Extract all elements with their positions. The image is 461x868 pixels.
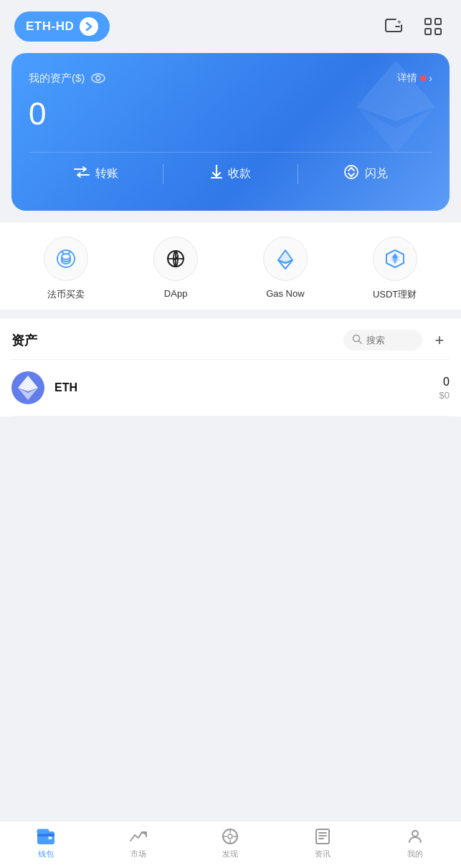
svg-marker-24	[18, 376, 38, 391]
dapp-icon-circle	[153, 237, 198, 281]
usdt-action[interactable]: USDT理财	[373, 237, 417, 301]
svg-rect-28	[48, 836, 52, 839]
gasnow-label: Gas Now	[266, 288, 304, 299]
swap-label: 闪兑	[365, 166, 388, 181]
wallet-selector[interactable]: ETH-HD	[14, 11, 110, 42]
svg-rect-4	[425, 19, 431, 24]
fabi-icon-circle	[44, 237, 88, 281]
balance-card: 我的资产($) 详情 › 0	[11, 53, 450, 211]
svg-point-40	[412, 831, 418, 836]
balance-actions: 转账 收款 闪兑	[29, 152, 432, 195]
app-header: ETH-HD +	[0, 0, 461, 50]
svg-rect-29	[37, 829, 49, 834]
nav-news[interactable]: 资讯	[301, 827, 344, 859]
wallet-arrow-icon	[80, 17, 98, 36]
svg-point-31	[228, 834, 232, 839]
assets-section: 资产 +	[0, 318, 461, 416]
eth-watermark	[356, 60, 435, 156]
eth-usd: $0	[439, 390, 450, 401]
transfer-label: 转账	[95, 166, 118, 181]
nav-discover[interactable]: 发现	[209, 827, 252, 859]
transfer-icon	[74, 166, 90, 181]
eth-token-balance: 0 $0	[439, 376, 450, 401]
gasnow-action[interactable]: Gas Now	[263, 237, 308, 301]
toggle-visibility-icon[interactable]	[90, 70, 106, 86]
header-icon-group: +	[381, 13, 447, 40]
receive-icon	[211, 165, 222, 183]
nav-market[interactable]: 市场	[117, 827, 160, 859]
gasnow-icon-circle	[263, 237, 308, 281]
eth-token-info: ETH	[54, 381, 439, 394]
wallet-name: ETH-HD	[26, 19, 74, 34]
eth-token-name: ETH	[54, 381, 439, 394]
assets-controls: +	[343, 330, 450, 350]
market-nav-icon	[129, 827, 148, 846]
my-assets-label: 我的资产($)	[29, 72, 85, 85]
wallet-nav-label: 钱包	[38, 849, 54, 859]
svg-point-10	[92, 74, 105, 82]
nav-mine[interactable]: 我的	[394, 827, 437, 859]
mine-nav-label: 我的	[407, 849, 423, 859]
add-token-button[interactable]: +	[429, 330, 450, 350]
nav-wallet[interactable]: 钱包	[24, 827, 67, 859]
svg-rect-36	[316, 829, 329, 844]
svg-rect-6	[425, 29, 431, 34]
mine-nav-icon	[406, 827, 424, 846]
receive-label: 收款	[228, 166, 251, 181]
fabi-label: 法币买卖	[47, 288, 85, 301]
token-list: ETH 0 $0	[11, 360, 450, 416]
add-wallet-icon[interactable]: +	[381, 13, 408, 40]
swap-icon	[343, 164, 359, 183]
discover-nav-icon	[221, 827, 239, 846]
usdt-icon-circle	[373, 237, 417, 281]
usdt-label: USDT理财	[373, 288, 417, 301]
search-input[interactable]	[366, 335, 417, 345]
svg-text:+: +	[397, 19, 401, 26]
svg-rect-27	[37, 834, 54, 836]
assets-header: 资产 +	[11, 318, 450, 360]
eth-amount: 0	[439, 376, 450, 388]
svg-rect-7	[435, 29, 441, 34]
dapp-label: DApp	[164, 288, 188, 299]
market-nav-label: 市场	[130, 849, 146, 859]
swap-button[interactable]: 闪兑	[298, 153, 432, 195]
balance-label-row: 我的资产($)	[29, 70, 106, 86]
receive-button[interactable]: 收款	[163, 153, 298, 194]
transfer-button[interactable]: 转账	[29, 155, 163, 193]
quick-actions-grid: 法币买卖 DApp	[0, 222, 461, 310]
svg-rect-5	[435, 19, 441, 24]
fabi-action[interactable]: 法币买卖	[44, 237, 88, 301]
dapp-action[interactable]: DApp	[153, 237, 198, 301]
svg-line-23	[359, 341, 362, 344]
news-nav-label: 资讯	[315, 849, 331, 859]
discover-nav-label: 发现	[222, 849, 238, 859]
svg-marker-8	[356, 60, 435, 121]
search-box[interactable]	[343, 330, 422, 350]
wallet-nav-icon	[37, 827, 55, 846]
scan-icon[interactable]	[419, 13, 447, 40]
eth-token-icon	[11, 371, 44, 404]
news-nav-icon	[313, 827, 332, 846]
assets-title: 资产	[11, 332, 37, 349]
bottom-nav: 钱包 市场 发现	[0, 821, 461, 868]
search-icon	[352, 334, 362, 346]
token-row[interactable]: ETH 0 $0	[11, 360, 450, 416]
svg-point-11	[96, 76, 100, 80]
